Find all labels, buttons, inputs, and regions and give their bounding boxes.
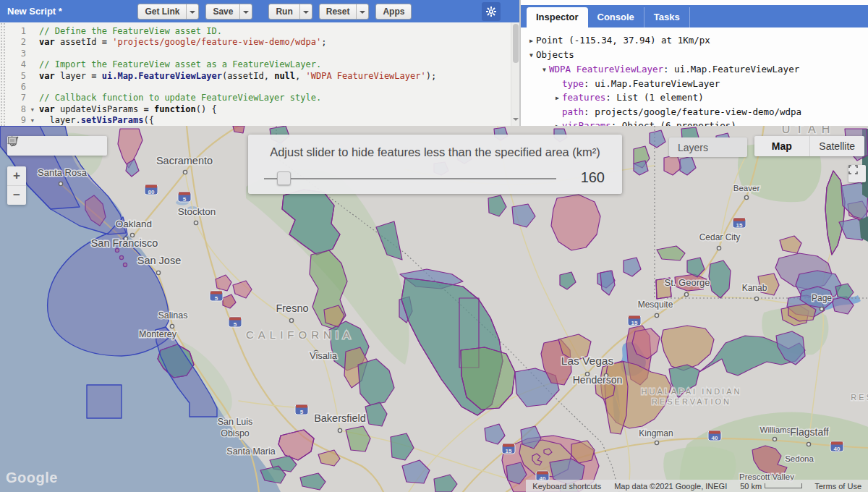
svg-text:40: 40 — [834, 446, 841, 452]
svg-text:Cedar City: Cedar City — [699, 232, 741, 242]
svg-text:5: 5 — [234, 321, 237, 328]
get-link-dropdown[interactable] — [186, 4, 198, 19]
save-dropdown[interactable] — [239, 4, 252, 19]
get-link-button[interactable]: Get Link — [137, 4, 199, 20]
svg-text:Fresno: Fresno — [276, 302, 308, 314]
run-button[interactable]: Run — [268, 4, 312, 20]
scale-bar — [765, 483, 802, 488]
svg-text:Flagstaff: Flagstaff — [790, 426, 829, 438]
svg-text:Santa Rosa: Santa Rosa — [38, 167, 88, 178]
svg-text:Page: Page — [812, 293, 832, 303]
fullscreen-button[interactable] — [848, 165, 866, 182]
svg-text:San Jose: San Jose — [137, 255, 181, 266]
reset-dropdown[interactable] — [356, 4, 368, 19]
svg-text:Sedona: Sedona — [785, 454, 814, 463]
svg-text:5: 5 — [215, 295, 218, 302]
keyboard-shortcuts-link[interactable]: Keyboard shortcuts — [526, 482, 608, 491]
run-dropdown[interactable] — [299, 4, 312, 19]
layers-button[interactable]: Layers — [669, 137, 747, 157]
terms-of-use-link[interactable]: Terms of Use — [808, 482, 868, 491]
svg-text:Oakland: Oakland — [116, 219, 152, 229]
svg-text:San Luis: San Luis — [218, 417, 253, 427]
save-button[interactable]: Save — [205, 4, 252, 20]
code-lines: 1// Define the FeatureView asset ID.2var… — [0, 26, 519, 126]
svg-text:CALIFORNIA: CALIFORNIA — [246, 328, 354, 341]
svg-text:Williams: Williams — [760, 425, 791, 434]
script-title: New Script * — [7, 6, 62, 17]
svg-text:Salinas: Salinas — [158, 310, 188, 321]
slider-thumb[interactable] — [277, 171, 291, 185]
slider-label: Adjust slider to hide features less than… — [248, 145, 622, 159]
svg-text:UTAH: UTAH — [782, 126, 835, 135]
area-slider-panel: Adjust slider to hide features less than… — [248, 135, 622, 194]
top-panels: New Script * Get Link Save Run Reset App… — [0, 0, 868, 126]
svg-text:Monterey: Monterey — [139, 329, 177, 339]
svg-text:Las Vegas: Las Vegas — [561, 355, 614, 367]
rectangle-tool-button[interactable] — [89, 137, 106, 154]
code-panel: New Script * Get Link Save Run Reset App… — [0, 0, 521, 126]
rectangle-icon — [7, 136, 17, 145]
svg-text:5: 5 — [183, 196, 187, 203]
editor-scrollbar[interactable] — [511, 22, 519, 126]
drawing-toolbar — [7, 136, 107, 156]
svg-text:Kanab: Kanab — [742, 283, 767, 293]
map-type-satellite[interactable]: Satellite — [809, 136, 865, 156]
svg-text:80: 80 — [148, 189, 155, 195]
inspector-tabbar: Inspector Console Tasks — [521, 5, 868, 27]
map-type-map[interactable]: Map — [754, 136, 809, 156]
polygon-tool-button[interactable] — [64, 137, 81, 154]
svg-text:Bakersfield: Bakersfield — [314, 412, 366, 424]
svg-text:Beaver: Beaver — [733, 184, 760, 192]
map-type-control: Map Satellite — [754, 136, 864, 156]
settings-button[interactable] — [482, 2, 501, 21]
svg-text:Kingman: Kingman — [639, 428, 673, 438]
svg-text:St. George: St. George — [665, 277, 710, 288]
svg-text:40: 40 — [712, 435, 718, 441]
svg-text:HUALAPAI INDIAN: HUALAPAI INDIAN — [642, 387, 742, 396]
zoom-out-button[interactable]: − — [7, 186, 26, 205]
slider-value: 160 — [581, 169, 605, 186]
svg-text:Sacramento: Sacramento — [156, 155, 213, 166]
tab-tasks[interactable]: Tasks — [644, 7, 690, 27]
google-logo: Google — [6, 470, 58, 486]
svg-text:Henderson: Henderson — [573, 374, 623, 386]
svg-text:Stockton: Stockton — [178, 206, 216, 217]
point-tool-button[interactable] — [27, 137, 44, 154]
tab-inspector[interactable]: Inspector — [527, 7, 588, 27]
map-data-credit: Map data ©2021 Google, INEGI — [608, 482, 733, 491]
line-tool-button[interactable] — [46, 137, 63, 154]
zoom-in-button[interactable]: + — [7, 166, 26, 186]
svg-text:San Francisco: San Francisco — [91, 237, 158, 249]
svg-text:Obispo: Obispo — [221, 428, 250, 438]
map-attribution: Keyboard shortcuts Map data ©2021 Google… — [526, 480, 868, 492]
script-titlebar: New Script * Get Link Save Run Reset App… — [0, 0, 519, 22]
svg-text:Visalia: Visalia — [310, 350, 338, 361]
zoom-control: + − — [7, 166, 26, 205]
inspector-panel: Inspector Console Tasks ▶Point (-115.34,… — [521, 0, 868, 126]
scroll-down-icon — [513, 118, 519, 124]
svg-text:5: 5 — [300, 409, 304, 415]
tab-console[interactable]: Console — [588, 7, 644, 27]
scale-text: 50 km — [733, 482, 765, 491]
reset-button[interactable]: Reset — [319, 4, 370, 20]
slider-track[interactable] — [264, 178, 556, 179]
inspector-tree[interactable]: ▶Point (-115.34, 37.94) at 1Km/px▼Object… — [521, 27, 868, 133]
svg-text:RESERVATION: RESERVATION — [652, 397, 731, 406]
code-editor[interactable]: 1// Define the FeatureView asset ID.2var… — [0, 22, 519, 126]
svg-text:RES: RES — [851, 393, 868, 402]
gear-icon — [485, 6, 497, 17]
apps-button[interactable]: Apps — [375, 4, 412, 20]
fullscreen-icon — [848, 165, 858, 174]
map-canvas[interactable]: 805555151515404040 SacramentoSanta RosaO… — [0, 126, 868, 492]
svg-text:15: 15 — [506, 448, 512, 454]
svg-text:Mesquite: Mesquite — [638, 300, 673, 310]
svg-text:Santa Maria: Santa Maria — [226, 446, 275, 457]
svg-text:15: 15 — [736, 222, 743, 229]
svg-text:15: 15 — [631, 320, 638, 326]
